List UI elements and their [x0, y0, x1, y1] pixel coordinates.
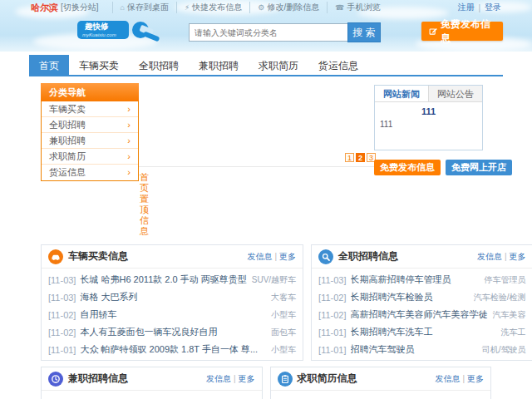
quick-post-link[interactable]: ⚡快捷发布信息 — [176, 2, 249, 13]
resume-panel-header: 求职简历信息 发信息|更多 — [271, 367, 491, 391]
news-headline[interactable]: 111 — [380, 106, 477, 116]
post-info-link[interactable]: 发信息 — [247, 252, 272, 261]
save-to-desktop-link[interactable]: ⌂保存到桌面 — [112, 2, 176, 13]
item-category[interactable]: SUV/越野车 — [252, 274, 296, 286]
free-post-button[interactable]: 免费发布信息 — [421, 22, 503, 41]
post-info-link[interactable]: 发信息 — [477, 252, 502, 261]
chevron-right-icon: › — [127, 165, 131, 180]
parttime-job-panel: 兼职招聘信息 发信息|更多 — [41, 367, 263, 399]
item-title[interactable]: 长期高薪招聘停车管理员 — [351, 273, 480, 286]
tab-site-notice[interactable]: 网站公告 — [428, 86, 482, 101]
nav-home[interactable]: 首页 — [29, 55, 69, 75]
phone-icon: ☎ — [335, 3, 344, 12]
sidebar-item-fulltime[interactable]: 全职招聘› — [42, 117, 138, 133]
item-category[interactable]: 洗车工 — [501, 327, 526, 338]
fulltime-panel-header: 全职招聘信息 发信息|更多 — [312, 245, 532, 268]
item-title[interactable]: 长期招聘汽车检验员 — [351, 291, 469, 303]
list-item: [11-02]本人有五菱面包一辆车况良好自用面包车 — [48, 323, 296, 341]
item-title[interactable]: 招聘汽车驾驶员 — [351, 343, 477, 356]
clock-icon — [48, 372, 63, 387]
news-tabs: 网站新闻 网站公告 — [375, 86, 482, 102]
sidebar-item-freight[interactable]: 货运信息› — [42, 165, 138, 180]
more-link[interactable]: 更多 — [510, 252, 526, 261]
post-info-link[interactable]: 发信息 — [435, 374, 460, 383]
nav-resume[interactable]: 求职简历 — [249, 55, 308, 75]
item-category[interactable]: 汽车检验/检测 — [474, 292, 526, 303]
switch-city-link[interactable]: [切换分站] — [61, 2, 99, 13]
vehicle-list: [11-03]长城 哈弗H6 2011款 2.0 手动 两驱尊贵型SUV/越野车… — [42, 268, 303, 360]
current-city: 哈尔滨 — [31, 2, 58, 14]
pencil-icon — [429, 27, 437, 36]
main-area: 分类导航 车辆买卖› 全职招聘› 兼职招聘› 求职简历› 货运信息› 1 2 3… — [29, 76, 503, 244]
panel-title: 求职简历信息 — [298, 372, 436, 386]
nav-fulltime[interactable]: 全职招聘 — [129, 55, 189, 75]
item-category[interactable]: 面包车 — [271, 327, 296, 338]
more-link[interactable]: 更多 — [239, 374, 255, 383]
item-category[interactable]: 小型车 — [271, 344, 296, 356]
list-item: [11-03]海格 大巴系列大客车 — [48, 288, 296, 306]
list-item: [11-02]长期招聘汽车检验员汽车检验/检测 — [318, 288, 525, 306]
item-category[interactable]: 停车管理员 — [485, 274, 526, 286]
news-panel: 网站新闻 网站公告 111 111 — [374, 85, 483, 150]
item-category[interactable]: 大客车 — [271, 292, 296, 303]
site-header: 趣快修 myKuaixiu.com 搜 索 免费发布信息 — [29, 15, 503, 52]
topbar-account: 注册 | 登录 — [457, 2, 501, 13]
item-date: [11-01] — [48, 345, 76, 355]
category-nav-title: 分类导航 — [41, 83, 139, 101]
sidebar-item-vehicle[interactable]: 车辆买卖› — [42, 101, 138, 117]
list-item: [11-01]长期招聘汽车洗车工洗车工 — [318, 323, 525, 341]
search-button[interactable]: 搜 索 — [347, 22, 381, 42]
item-category[interactable]: 司机/驾驶员 — [482, 344, 526, 356]
sidebar-item-resume[interactable]: 求职简历› — [42, 149, 138, 165]
search-input[interactable] — [189, 23, 348, 42]
panel-title: 兼职招聘信息 — [68, 372, 206, 386]
item-title[interactable]: 长期招聘汽车洗车工 — [351, 326, 496, 338]
car-icon — [48, 249, 63, 264]
nav-vehicle[interactable]: 车辆买卖 — [69, 55, 129, 75]
page-2-active[interactable]: 2 — [356, 153, 365, 162]
list-item: [11-01]大众 帕萨特领驭 2009款 1.8T 手自一体 尊...小型车 — [48, 341, 296, 358]
more-link[interactable]: 更多 — [467, 374, 484, 383]
tab-site-news[interactable]: 网站新闻 — [375, 86, 428, 101]
item-title[interactable]: 本人有五菱面包一辆车况良好自用 — [80, 326, 266, 338]
list-item: [11-03]长城 哈弗H6 2011款 2.0 手动 两驱尊贵型SUV/越野车 — [48, 271, 296, 288]
item-date: [11-01] — [318, 328, 346, 337]
item-date: [11-02] — [318, 310, 346, 320]
free-open-shop-button[interactable]: 免费网上开店 — [446, 160, 512, 175]
search-bar: 搜 索 — [189, 22, 381, 42]
list-item: [11-03]长期高薪招聘停车管理员停车管理员 — [318, 271, 525, 288]
item-title[interactable]: 大众 帕萨特领驭 2009款 1.8T 手自一体 尊... — [80, 343, 266, 356]
item-date: [11-03] — [48, 293, 76, 303]
magnifier-icon — [318, 249, 333, 264]
item-title[interactable]: 长城 哈弗H6 2011款 2.0 手动 两驱尊贵型 — [80, 273, 246, 286]
clipboard-icon — [278, 372, 293, 387]
edit-delete-link[interactable]: ⚙修改/删除信息 — [249, 2, 327, 13]
register-link[interactable]: 注册 — [457, 2, 474, 13]
desktop-icon: ⌂ — [121, 3, 125, 12]
news-item[interactable]: 111 — [380, 120, 477, 129]
site-logo[interactable]: 趣快修 myKuaixiu.com — [77, 17, 164, 45]
gear-icon: ⚙ — [258, 3, 264, 12]
nav-freight[interactable]: 货运信息 — [308, 55, 368, 75]
chevron-right-icon: › — [127, 101, 131, 117]
topbar: 哈尔滨 [切换分站] ⌂保存到桌面 ⚡快捷发布信息 ⚙修改/删除信息 ☎手机浏览… — [29, 0, 503, 15]
mobile-browse-link[interactable]: ☎手机浏览 — [327, 2, 387, 13]
news-body: 111 111 — [375, 102, 482, 150]
page-1[interactable]: 1 — [345, 153, 354, 162]
post-info-link[interactable]: 发信息 — [206, 374, 231, 383]
item-category[interactable]: 小型车 — [271, 309, 296, 321]
fulltime-job-panel: 全职招聘信息 发信息|更多 [11-03]长期高薪招聘停车管理员停车管理员 [1… — [311, 244, 532, 361]
item-title[interactable]: 海格 大巴系列 — [80, 291, 266, 303]
item-category[interactable]: 汽车美容 — [493, 309, 526, 321]
item-date: [11-02] — [48, 328, 76, 337]
more-link[interactable]: 更多 — [279, 252, 296, 261]
item-title[interactable]: 高薪招聘汽车美容师汽车美容学徒 — [351, 308, 488, 321]
sidebar-item-parttime[interactable]: 兼职招聘› — [42, 133, 138, 149]
panel-title: 全职招聘信息 — [338, 249, 477, 264]
nav-parttime[interactable]: 兼职招聘 — [189, 55, 249, 75]
topbar-menu: ⌂保存到桌面 ⚡快捷发布信息 ⚙修改/删除信息 ☎手机浏览 — [112, 2, 388, 13]
free-post-info-button[interactable]: 免费发布信息 — [374, 160, 441, 175]
item-title[interactable]: 自用轿车 — [80, 308, 266, 321]
chevron-right-icon: › — [127, 117, 131, 133]
login-link[interactable]: 登录 — [485, 2, 501, 13]
